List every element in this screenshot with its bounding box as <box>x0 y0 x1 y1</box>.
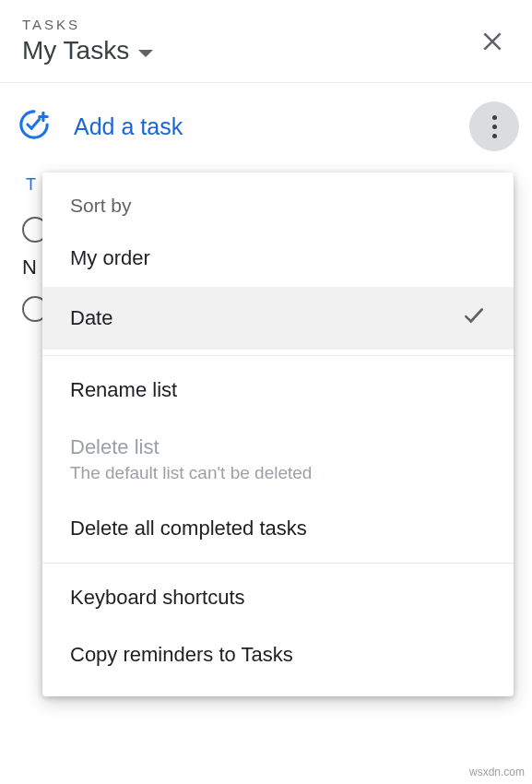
add-task-button[interactable]: Add a task <box>18 109 183 144</box>
toolbar: Add a task <box>0 83 532 170</box>
more-options-button[interactable] <box>469 101 519 151</box>
menu-item-label: Keyboard shortcuts <box>70 586 245 610</box>
watermark: wsxdn.com <box>469 766 525 778</box>
menu-item-my-order[interactable]: My order <box>42 230 514 287</box>
menu-item-delete-completed[interactable]: Delete all completed tasks <box>42 500 514 557</box>
menu-item-sublabel: The default list can't be deleted <box>70 463 312 483</box>
menu-item-label: Copy reminders to Tasks <box>70 643 293 667</box>
menu-separator <box>42 563 514 564</box>
menu-item-label: My order <box>70 246 150 270</box>
menu-item-date[interactable]: Date <box>42 287 514 350</box>
menu-item-label: Delete list <box>70 435 312 459</box>
close-button[interactable] <box>475 24 510 63</box>
check-icon <box>462 303 486 333</box>
menu-item-label: Date <box>70 306 112 330</box>
menu-item-rename-list[interactable]: Rename list <box>42 362 514 419</box>
chevron-down-icon <box>138 50 153 57</box>
menu-item-label: Delete all completed tasks <box>70 517 307 540</box>
add-task-label: Add a task <box>74 113 183 140</box>
menu-separator <box>42 355 514 356</box>
menu-item-copy-reminders[interactable]: Copy reminders to Tasks <box>42 626 514 683</box>
close-icon <box>480 30 504 53</box>
menu-section-sort: Sort by <box>42 189 514 230</box>
tasks-label: TASKS <box>22 17 153 32</box>
menu-item-delete-list: Delete list The default list can't be de… <box>42 419 514 500</box>
list-selector[interactable]: My Tasks <box>22 36 153 65</box>
list-name: My Tasks <box>22 36 129 65</box>
menu-item-label: Rename list <box>70 378 177 402</box>
more-vertical-icon <box>492 115 497 138</box>
menu-item-keyboard-shortcuts[interactable]: Keyboard shortcuts <box>42 569 514 626</box>
options-menu: Sort by My order Date Rename list Delete… <box>42 172 514 696</box>
panel-header: TASKS My Tasks <box>0 0 532 83</box>
add-task-icon <box>18 109 50 144</box>
